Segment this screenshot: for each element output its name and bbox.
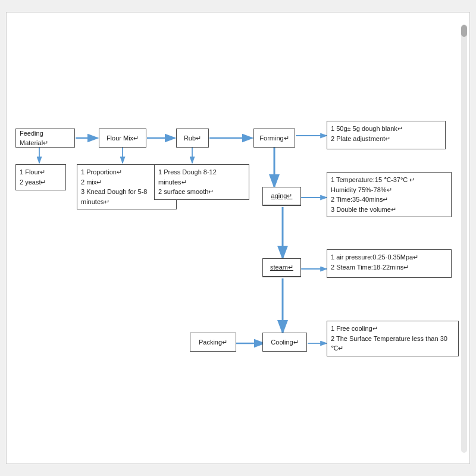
rub-detail-box: 1 Press Dough 8-12 minutes↵ 2 surface sm… xyxy=(154,164,249,200)
arrows-overlay xyxy=(7,12,469,464)
aging-box: aging↵ xyxy=(262,187,301,206)
diagram: Feeding Material↵ Flour Mix↵ Rub↵ Formin… xyxy=(7,12,469,464)
scroll-thumb[interactable] xyxy=(461,25,467,37)
steam-box: steam↵ xyxy=(262,258,301,277)
cooling-box: Cooling↵ xyxy=(262,333,307,352)
rub-box: Rub↵ xyxy=(176,129,209,148)
scrollbar[interactable] xyxy=(461,24,467,453)
aging-detail-box: 1 Temperature:15 ℃-37°C ↵ Humidity 75%-7… xyxy=(327,172,452,217)
feeding-material-box: Feeding Material↵ xyxy=(15,129,75,148)
flour-detail-box: 1 Flour↵ 2 yeast↵ xyxy=(15,164,66,190)
packing-box: Packing↵ xyxy=(190,333,236,352)
cooling-detail-box: 1 Free cooling↵ 2 The Surface Temperatur… xyxy=(327,321,459,356)
flour-mix-box: Flour Mix↵ xyxy=(99,129,146,148)
forming-detail-box: 1 50g± 5g dough blank↵ 2 Plate adjustmen… xyxy=(327,121,446,149)
steam-detail-box: 1 air pressure:0.25-0.35Mpa↵ 2 Steam Tim… xyxy=(327,249,452,278)
page: Feeding Material↵ Flour Mix↵ Rub↵ Formin… xyxy=(6,12,470,464)
forming-box: Forming↵ xyxy=(253,129,295,148)
